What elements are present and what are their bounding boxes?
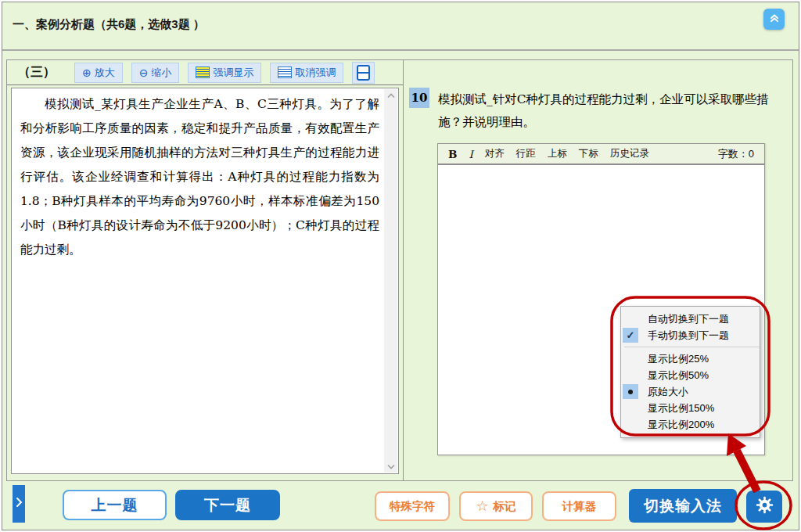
unhighlight-label: 取消强调 — [295, 66, 336, 80]
subscript-button[interactable]: 下标 — [579, 147, 598, 160]
split-view-button[interactable] — [352, 62, 375, 84]
question-number-badge: 10 — [409, 88, 429, 108]
gear-icon — [756, 496, 774, 517]
menu-item-label: 原始大小 — [648, 385, 688, 399]
history-button[interactable]: 历史记录 — [610, 147, 649, 160]
settings-popup-menu: 自动切换到下一题 ✓ 手动切换到下一题 显示比例25% 显示比例50% 原始大小 — [620, 306, 760, 438]
word-count: 字数：0 — [718, 147, 754, 161]
prev-question-button[interactable]: 上一题 — [63, 490, 167, 520]
header-divider — [2, 49, 799, 51]
unhighlight-button[interactable]: 取消强调 — [270, 63, 343, 83]
section-label: （三） — [18, 64, 56, 81]
menu-item-label: 自动切换到下一题 — [648, 312, 729, 326]
main-container: （三） ⊕ 放大 ⊖ 缩小 强调显示 取消强调 — [6, 59, 793, 481]
page-title: 一、案例分析题（共6题，选做3题 ） — [13, 17, 205, 32]
menu-separator — [624, 347, 760, 347]
chevrons-up-icon — [769, 13, 780, 27]
line-spacing-button[interactable]: 行距 — [516, 147, 536, 160]
switch-ime-button[interactable]: 切换输入法 — [629, 489, 737, 523]
settings-button[interactable] — [746, 491, 782, 523]
question-row: 10 模拟测试_针对C种灯具的过程能力过剩，企业可以采取哪些措施？并说明理由。 — [409, 88, 781, 134]
question-text: 模拟测试_针对C种灯具的过程能力过剩，企业可以采取哪些措施？并说明理由。 — [438, 88, 781, 134]
menu-item-scale-200[interactable]: 显示比例200% — [621, 416, 760, 433]
menu-item-original-size[interactable]: 原始大小 — [621, 383, 760, 400]
editor-toolbar: B I 对齐 行距 上标 下标 历史记录 字数：0 — [438, 144, 764, 165]
case-material-text: 模拟测试_某灯具生产企业生产A、B、C三种灯具。为了了解和分析影响工序质量的因素… — [12, 88, 383, 473]
menu-item-scale-25[interactable]: 显示比例25% — [621, 350, 760, 367]
scroll-down-icon[interactable] — [384, 460, 397, 473]
check-icon: ✓ — [623, 328, 638, 343]
mark-label: 标记 — [494, 499, 516, 514]
case-material-panel: （三） ⊕ 放大 ⊖ 缩小 强调显示 取消强调 — [7, 60, 404, 480]
case-material-box: 模拟测试_某灯具生产企业生产A、B、C三种灯具。为了了解和分析影响工序质量的因素… — [11, 88, 399, 474]
zoom-out-button[interactable]: ⊖ 缩小 — [131, 63, 180, 83]
material-scrollbar[interactable] — [384, 89, 397, 473]
zoom-out-label: 缩小 — [151, 66, 171, 80]
menu-item-auto-next[interactable]: 自动切换到下一题 — [621, 311, 760, 327]
special-chars-button[interactable]: 特殊字符 — [375, 491, 450, 521]
radio-dot-icon — [623, 384, 638, 399]
superscript-button[interactable]: 上标 — [548, 147, 567, 160]
zoom-out-icon: ⊖ — [139, 67, 149, 78]
menu-icon-slot — [623, 401, 638, 415]
calculator-button[interactable]: 计算器 — [542, 491, 616, 521]
menu-icon-slot — [623, 417, 638, 432]
menu-icon-slot — [623, 311, 638, 326]
menu-item-label: 手动切换到下一题 — [648, 329, 729, 343]
expand-sidebar-tab[interactable] — [13, 485, 25, 523]
unhighlight-icon — [278, 66, 292, 78]
menu-item-scale-150[interactable]: 显示比例150% — [621, 400, 760, 416]
italic-button[interactable]: I — [469, 148, 472, 160]
chevron-right-icon — [16, 497, 23, 511]
bold-button[interactable]: B — [448, 148, 457, 160]
menu-item-scale-50[interactable]: 显示比例50% — [621, 367, 760, 383]
menu-icon-slot — [623, 351, 638, 366]
zoom-in-button[interactable]: ⊕ 放大 — [74, 63, 123, 83]
zoom-in-icon: ⊕ — [82, 67, 92, 78]
menu-item-label: 显示比例25% — [648, 352, 709, 366]
highlight-button[interactable]: 强调显示 — [188, 63, 261, 83]
menu-icon-slot — [623, 368, 638, 383]
split-view-icon — [357, 65, 370, 81]
exam-window: 一、案例分析题（共6题，选做3题 ） （三） ⊕ 放大 ⊖ 缩小 — [2, 2, 799, 530]
highlight-icon — [196, 66, 210, 78]
menu-item-label: 显示比例50% — [648, 368, 709, 383]
highlight-label: 强调显示 — [213, 66, 253, 80]
menu-item-manual-next[interactable]: ✓ 手动切换到下一题 — [621, 327, 760, 343]
menu-item-label: 显示比例200% — [648, 418, 714, 432]
mark-button[interactable]: ☆ 标记 — [459, 491, 533, 521]
star-icon: ☆ — [476, 499, 488, 513]
next-question-button[interactable]: 下一题 — [175, 490, 280, 520]
align-button[interactable]: 对齐 — [485, 147, 505, 160]
material-toolbar: （三） ⊕ 放大 ⊖ 缩小 强调显示 取消强调 — [7, 60, 403, 85]
menu-item-label: 显示比例150% — [648, 401, 714, 415]
scroll-up-icon[interactable] — [384, 89, 397, 102]
zoom-in-label: 放大 — [95, 66, 115, 80]
collapse-panel-button[interactable] — [763, 9, 785, 30]
